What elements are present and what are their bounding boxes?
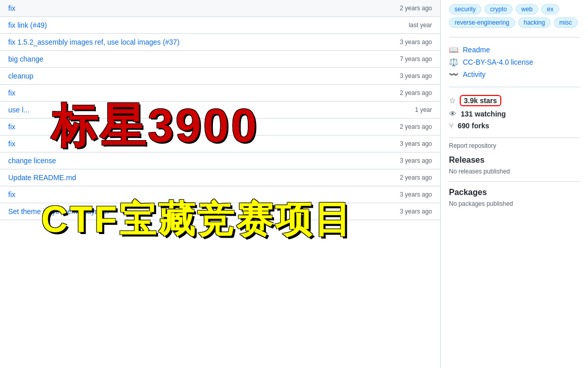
tag-badge[interactable]: security <box>449 4 481 14</box>
readme-link[interactable]: 📖 Readme <box>449 44 580 56</box>
commit-time: 2 years ago <box>400 123 432 130</box>
commit-message-link[interactable]: big change <box>8 55 44 63</box>
commit-message-link[interactable]: Update README.md <box>8 173 76 182</box>
stars-box: 3.9k stars <box>460 95 501 106</box>
commit-item: fix 2 years ago <box>0 0 440 17</box>
stars-link[interactable]: 3.9k stars <box>464 96 497 105</box>
packages-title: Packages <box>449 188 580 197</box>
forks-stat: ⑂ 690 forks <box>449 120 580 131</box>
commit-item: big change 7 years ago <box>0 51 440 68</box>
tag-badge[interactable]: hacking <box>518 17 551 28</box>
eye-icon: 👁 <box>449 109 457 118</box>
license-link[interactable]: ⚖️ CC-BY-SA-4.0 license <box>449 56 580 68</box>
forks-link[interactable]: 690 forks <box>458 122 489 130</box>
watching-stat: 👁 131 watching <box>449 108 580 120</box>
commit-item: change license 3 years ago <box>0 152 440 169</box>
tag-badge[interactable]: crypto <box>484 4 513 14</box>
readme-label: Readme <box>463 46 490 54</box>
commit-message-link[interactable]: Set theme jekyll-theme-cayman <box>8 207 109 216</box>
commit-message-link[interactable]: cleanup <box>8 72 33 80</box>
commit-message-link[interactable]: change license <box>8 157 56 165</box>
fork-icon: ⑂ <box>449 121 454 130</box>
license-label: CC-BY-SA-4.0 license <box>463 58 533 66</box>
commit-time: last year <box>409 22 432 29</box>
commit-item: fix 3 years ago <box>0 135 440 152</box>
releases-section: Releases No releases published <box>449 149 580 182</box>
no-releases-text: No releases published <box>449 168 580 175</box>
commit-item: fix 2 years ago <box>0 119 440 135</box>
commit-list: fix 2 years ago fix link (#49) last year… <box>0 0 440 220</box>
star-icon: ☆ <box>449 96 456 105</box>
commit-item: Update README.md 2 years ago <box>0 169 440 186</box>
commit-message-link[interactable]: fix <box>8 190 15 199</box>
activity-label: Activity <box>463 70 485 79</box>
commit-item: Set theme jekyll-theme-cayman 3 years ag… <box>0 203 440 220</box>
commit-time: 3 years ago <box>400 72 432 80</box>
commit-message-link[interactable]: fix link (#49) <box>8 21 47 29</box>
commit-time: 7 years ago <box>400 55 432 63</box>
tags-row-2: reverse-engineeringhackingmisc <box>449 17 580 28</box>
commit-time: 3 years ago <box>400 191 432 198</box>
commit-list-panel: fix 2 years ago fix link (#49) last year… <box>0 0 441 368</box>
scale-icon: ⚖️ <box>449 57 459 67</box>
about-section: 📖 Readme ⚖️ CC-BY-SA-4.0 license 〰️ Acti… <box>449 37 580 87</box>
tag-badge[interactable]: web <box>516 4 538 14</box>
commit-message-link[interactable]: fix <box>8 89 15 97</box>
stars-stat: ☆ 3.9k stars <box>449 93 580 108</box>
commit-item: use l... 1 year <box>0 102 440 119</box>
commit-time: 3 years ago <box>400 140 432 147</box>
commit-time: 2 years ago <box>400 174 432 181</box>
commit-time: 3 years ago <box>400 157 432 164</box>
releases-title: Releases <box>449 156 580 165</box>
commit-message-link[interactable]: fix <box>8 140 15 148</box>
commit-item: fix 1.5.2_assembly images ref, use local… <box>0 34 440 51</box>
commit-message-link[interactable]: fix 1.5.2_assembly images ref, use local… <box>8 38 180 46</box>
watching-link[interactable]: 131 watching <box>461 110 506 118</box>
commit-time: 1 year <box>415 106 432 113</box>
tag-badge[interactable]: ex <box>541 4 559 14</box>
commit-time: 3 years ago <box>400 38 432 46</box>
commit-item: fix 2 years ago <box>0 85 440 102</box>
stats-section: ☆ 3.9k stars 👁 131 watching ⑂ 690 forks <box>449 87 580 138</box>
commit-item: cleanup 3 years ago <box>0 68 440 85</box>
packages-section: Packages No packages published <box>449 182 580 214</box>
book-icon: 📖 <box>449 45 459 54</box>
activity-icon: 〰️ <box>449 70 459 79</box>
tag-badge[interactable]: misc <box>554 17 578 28</box>
tags-section: securitycryptowebex reverse-engineeringh… <box>449 0 580 37</box>
commit-time: 2 years ago <box>400 89 432 96</box>
right-sidebar: securitycryptowebex reverse-engineeringh… <box>441 0 588 368</box>
commit-message-link[interactable]: fix <box>8 123 15 131</box>
no-packages-text: No packages published <box>449 200 580 207</box>
commit-item: fix 3 years ago <box>0 186 440 203</box>
tags-row-1: securitycryptowebex <box>449 4 580 14</box>
commit-message-link[interactable]: use l... <box>8 106 29 114</box>
commit-time: 2 years ago <box>400 5 432 12</box>
commit-item: fix link (#49) last year <box>0 17 440 34</box>
commit-message-link[interactable]: fix <box>8 4 15 12</box>
activity-link[interactable]: 〰️ Activity <box>449 68 580 81</box>
tag-badge[interactable]: reverse-engineering <box>449 17 515 28</box>
commit-time: 3 years ago <box>400 208 432 215</box>
report-repository-link[interactable]: Report repository <box>449 138 580 149</box>
